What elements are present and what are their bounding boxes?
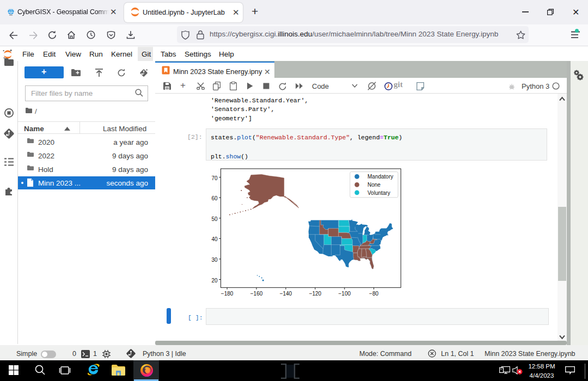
svg-text:−80: −80 <box>369 291 378 297</box>
svg-text:−100: −100 <box>339 291 351 297</box>
svg-text:−180: −180 <box>221 291 234 297</box>
svg-text:Mandatory: Mandatory <box>367 174 393 180</box>
svg-text:None: None <box>367 182 381 188</box>
svg-text:70: 70 <box>211 175 218 181</box>
svg-text:−160: −160 <box>250 291 263 297</box>
svg-text:−140: −140 <box>280 291 292 297</box>
svg-text:50: 50 <box>211 216 218 222</box>
svg-text:60: 60 <box>211 195 218 201</box>
svg-text:30: 30 <box>211 257 218 263</box>
svg-text:20: 20 <box>211 278 218 284</box>
svg-text:40: 40 <box>211 236 218 242</box>
svg-text:−120: −120 <box>309 291 322 297</box>
svg-text:Voluntary: Voluntary <box>367 190 390 196</box>
